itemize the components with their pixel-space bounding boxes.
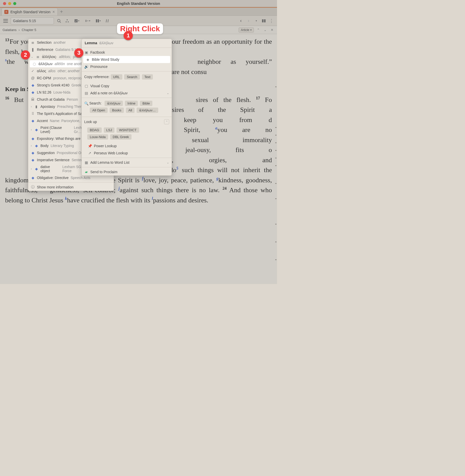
diamond-icon: ◆ xyxy=(34,167,38,171)
reference-input[interactable]: Galatians 5:15 xyxy=(11,17,54,24)
ctx-send-proclaim[interactable]: ▰ Send to Proclaim xyxy=(82,168,172,175)
pill-url[interactable]: URL xyxy=(111,74,122,80)
verse-num-24: 24 xyxy=(223,186,227,191)
nav-dropdown-icon[interactable]: ▾ xyxy=(253,18,259,24)
bookmark-icon: ❚ xyxy=(31,48,35,52)
list-icon: ▦ xyxy=(84,160,88,165)
pill-dbl[interactable]: DBL Greek xyxy=(110,134,132,140)
chevron-right-icon: › xyxy=(19,28,20,32)
footnote-5[interactable]: 5 xyxy=(176,166,178,170)
ctx-factbook[interactable]: ▣ Factbook xyxy=(82,49,172,56)
chevron-down-icon: ⌄ xyxy=(31,55,33,58)
flag-icon: ▮ xyxy=(34,105,38,109)
tree-icon: ⠿ xyxy=(31,112,35,116)
search-icon[interactable] xyxy=(56,18,62,24)
new-tab-button[interactable]: + xyxy=(58,8,65,16)
nav-back-icon[interactable]: ‹ xyxy=(238,18,244,24)
breadcrumb-chapter[interactable]: Chapter 5 xyxy=(22,28,36,32)
maximize-window-btn[interactable] xyxy=(13,2,16,5)
chevron-right-icon: › xyxy=(31,167,32,171)
pill-lemma[interactable]: ἀλλήλων xyxy=(105,101,123,106)
menu-button[interactable] xyxy=(3,18,9,24)
pin-icon: 📌 xyxy=(88,144,92,148)
ctx-bible-word-study[interactable]: ◈ Bible Word Study xyxy=(83,56,170,63)
svg-point-0 xyxy=(57,19,60,22)
svg-point-4 xyxy=(68,21,69,22)
pill-wsnt[interactable]: WSNTDICT xyxy=(117,127,139,133)
notes-icon[interactable]: ▾ xyxy=(72,18,81,24)
callout-3: 3 xyxy=(74,48,83,57)
svg-point-3 xyxy=(66,21,67,22)
svg-line-8 xyxy=(106,19,107,22)
panel-toggle-icon[interactable] xyxy=(261,18,267,24)
callout-right-click: Right Click xyxy=(117,23,163,34)
related-icon[interactable] xyxy=(64,18,70,24)
pill-inline[interactable]: Inline xyxy=(125,101,138,106)
minimap-scrollbar[interactable] xyxy=(275,41,277,282)
image-icon: ▢ xyxy=(84,84,88,88)
breadcrumb-book[interactable]: Galatians xyxy=(3,28,17,32)
chevron-down-icon: ⌄ xyxy=(167,91,169,95)
link-icon[interactable]: ▾ xyxy=(83,18,92,24)
more-icon[interactable]: ⋮ xyxy=(268,18,274,24)
window-title: English Standard Version xyxy=(0,2,277,6)
pill-bdag[interactable]: BDAG xyxy=(87,127,102,133)
svg-rect-11 xyxy=(264,19,266,22)
ctx-power-lookup[interactable]: 📌 Power Lookup xyxy=(82,142,172,150)
columns-icon[interactable]: ▾ xyxy=(94,18,102,24)
tab-label: English Standard Version xyxy=(10,10,50,14)
svg-rect-10 xyxy=(262,19,264,22)
verse-num-13: 13 xyxy=(5,38,9,42)
pill-text[interactable]: Text xyxy=(142,74,153,80)
chevron-up-icon[interactable]: ⌃ xyxy=(164,119,169,124)
search-icon: 🔍 xyxy=(84,101,88,106)
ctx-lemma-header: Lemma ἀλλήλων xyxy=(82,39,172,47)
diamond-icon: ◆ xyxy=(34,144,38,148)
pill-lsj[interactable]: LSJ xyxy=(104,127,114,133)
ctx-perseus[interactable]: ↗ Perseus Web Lookup xyxy=(82,150,172,157)
pill-lemma-ellipsis[interactable]: ἀλλήλων… xyxy=(137,108,158,113)
ctx-pronounce[interactable]: 🔊 Pronounce xyxy=(82,63,172,70)
section-up-icon[interactable]: ⌃ xyxy=(256,28,261,32)
close-panel-icon[interactable]: ✕ xyxy=(270,28,274,32)
verse-num-17: 17 xyxy=(256,96,260,100)
minimize-window-btn[interactable] xyxy=(8,2,11,5)
close-tab-icon[interactable]: × xyxy=(52,10,55,14)
diamond-icon: ◆ xyxy=(31,83,35,87)
pill-all-open[interactable]: All Open xyxy=(90,108,108,113)
svg-rect-7 xyxy=(98,19,99,22)
ctx-add-wordlist[interactable]: ▦ Add Lemma to Word List ⌄ xyxy=(82,159,172,166)
diamond-icon: ◆ xyxy=(31,151,35,155)
close-window-btn[interactable] xyxy=(3,2,6,5)
tab-esv[interactable]: ≡ English Standard Version × xyxy=(2,8,58,16)
svg-line-9 xyxy=(108,19,108,22)
pill-all[interactable]: All xyxy=(126,108,135,113)
selection-icon: ≣ xyxy=(31,40,35,44)
svg-point-2 xyxy=(67,19,68,20)
pill-search[interactable]: Search xyxy=(124,74,140,80)
context-menu-actions: Lemma ἀλλήλων ▣ Factbook ◈ Bible Word St… xyxy=(81,39,172,176)
pill-louw[interactable]: Louw-Nida xyxy=(87,134,108,140)
ctx-show-more[interactable]: ⓘ Show more information xyxy=(28,184,114,191)
ctx-lookup-header[interactable]: Look up ⌃ xyxy=(82,118,172,126)
ctx-add-note[interactable]: ▤ Add a note on ἀλλήλων ⌄ xyxy=(82,90,172,97)
lines-icon: ≣ xyxy=(36,55,40,59)
pill-books[interactable]: Books xyxy=(110,108,124,113)
nav-fwd-icon[interactable]: › xyxy=(245,18,252,24)
titlebar: English Standard Version xyxy=(0,0,277,7)
diamond-icon: ◆ xyxy=(31,137,35,141)
ctx-visual-copy[interactable]: ▢ Visual Copy xyxy=(82,82,172,90)
circle-arrow-icon: ◌ xyxy=(32,62,36,66)
info-icon: ⓘ xyxy=(31,185,35,189)
parallel-icon[interactable] xyxy=(104,18,110,24)
building-icon: 🏛 xyxy=(31,97,35,101)
diamond-icon: ◆ xyxy=(34,128,38,132)
article-dropdown[interactable]: Article▾ xyxy=(239,27,254,33)
hamburger-icon xyxy=(3,19,8,23)
section-down-icon[interactable]: ⌄ xyxy=(263,28,268,32)
diamond-icon: ◆ xyxy=(31,176,35,180)
footnote-a[interactable]: a xyxy=(215,126,217,130)
ctx-search-section: 🔍 Search: ἀλλήλων Inline Bible All Open … xyxy=(82,99,172,116)
pill-bible[interactable]: Bible xyxy=(140,101,152,106)
reference-text: Galatians 5:15 xyxy=(13,19,36,23)
